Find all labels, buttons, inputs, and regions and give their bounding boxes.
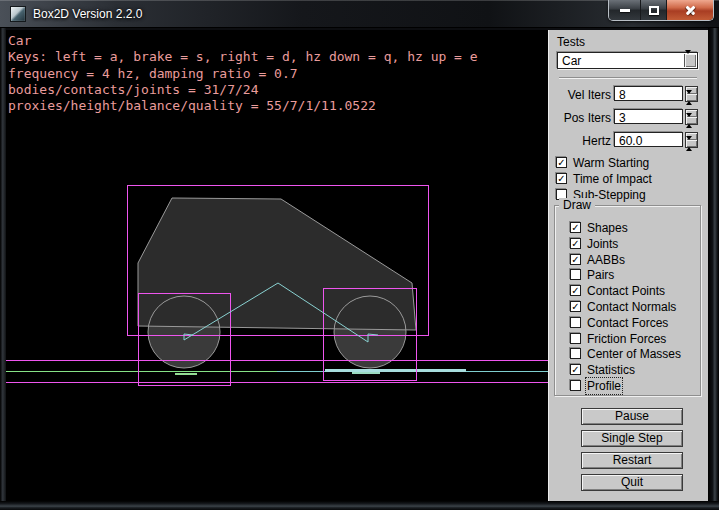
checked-box-icon[interactable]: ✓ (570, 285, 581, 296)
pause-button[interactable]: Pause (581, 408, 683, 425)
single-step-button[interactable]: Single Step (581, 430, 683, 447)
minimize-button[interactable] (609, 0, 640, 20)
spinner-row-hertz: Hertz60.0 (549, 132, 709, 149)
spinner-label: Vel Iters (549, 88, 611, 102)
spinner-label: Hertz (549, 134, 611, 148)
unchecked-box-icon[interactable] (570, 333, 581, 344)
tests-label: Tests (557, 35, 585, 49)
checkbox-label: Joints (587, 237, 618, 251)
draw-group-label: Draw (559, 198, 595, 212)
unchecked-box-icon[interactable] (570, 269, 581, 280)
checked-box-icon[interactable]: ✓ (556, 173, 567, 184)
checkbox-statistics[interactable]: ✓Statistics (555, 364, 700, 377)
checkbox-label: Contact Normals (587, 300, 676, 314)
checked-box-icon[interactable]: ✓ (570, 222, 581, 233)
hertz-input[interactable]: 60.0 (614, 132, 683, 147)
unchecked-box-icon[interactable] (570, 380, 581, 391)
checkbox-label: Contact Points (587, 284, 665, 298)
checkbox-pairs[interactable]: Pairs (555, 269, 700, 282)
checkbox-aabbs[interactable]: ✓AABBs (555, 254, 700, 267)
hertz-stepper[interactable] (685, 132, 698, 148)
quit-button[interactable]: Quit (581, 474, 683, 491)
checkbox-center-of-masses[interactable]: Center of Masses (555, 348, 700, 361)
checked-box-icon[interactable]: ✓ (570, 254, 581, 265)
close-button[interactable] (667, 0, 713, 20)
maximize-button[interactable] (640, 0, 667, 20)
separator (559, 77, 697, 79)
checkbox-contact-forces[interactable]: Contact Forces (555, 317, 700, 330)
checkbox-shapes[interactable]: ✓Shapes (555, 222, 700, 235)
checkbox-label: Statistics (587, 363, 635, 377)
spinner-row-pos-iters: Pos Iters3 (549, 109, 709, 126)
stats-text: CarKeys: left = a, brake = s, right = d,… (8, 33, 478, 115)
control-panel: Tests Car Vel Iters8Pos Iters3Hertz60.0 … (548, 30, 708, 501)
stats-line: bodies/contacts/joints = 31/7/24 (8, 82, 478, 98)
restart-button[interactable]: Restart (581, 452, 683, 469)
stats-line: frequency = 4 hz, damping ratio = 0.7 (8, 66, 478, 82)
checkbox-label: Time of Impact (573, 172, 652, 186)
stats-line: Car (8, 33, 478, 49)
stepper-down-icon[interactable] (686, 140, 697, 147)
stepper-down-icon[interactable] (686, 117, 697, 124)
checkbox-contact-points[interactable]: ✓Contact Points (555, 285, 700, 298)
checked-box-icon[interactable]: ✓ (556, 157, 567, 168)
window-border-bottom (0, 501, 719, 510)
spinner-row-vel-iters: Vel Iters8 (549, 86, 709, 103)
car-chassis (138, 198, 416, 330)
checkbox-label: Contact Forces (587, 316, 668, 330)
checkbox-friction-forces[interactable]: Friction Forces (555, 333, 700, 346)
window-border-right (708, 28, 719, 501)
close-icon (684, 4, 697, 17)
checkbox-label: AABBs (587, 253, 625, 267)
maximize-icon (649, 6, 659, 15)
checkbox-profile[interactable]: Profile (555, 380, 700, 393)
caption-buttons (608, 0, 714, 21)
checkbox-warm-starting[interactable]: ✓Warm Starting (549, 157, 708, 170)
checkbox-label: Friction Forces (587, 332, 666, 346)
checkbox-label: Center of Masses (587, 347, 681, 361)
checked-box-icon[interactable]: ✓ (570, 301, 581, 312)
pos-iters-stepper[interactable] (685, 109, 698, 125)
unchecked-box-icon[interactable] (570, 317, 581, 328)
checkbox-joints[interactable]: ✓Joints (555, 238, 700, 251)
stats-line: proxies/height/balance/quality = 55/7/1/… (8, 98, 478, 114)
checkbox-time-of-impact[interactable]: ✓Time of Impact (549, 173, 708, 186)
checkbox-contact-normals[interactable]: ✓Contact Normals (555, 301, 700, 314)
checkbox-label: Warm Starting (573, 156, 649, 170)
window-title: Box2D Version 2.2.0 (33, 7, 142, 21)
pos-iters-input[interactable]: 3 (614, 109, 683, 124)
minimize-icon (620, 9, 630, 12)
checkbox-label: Shapes (587, 221, 628, 235)
vel-iters-input[interactable]: 8 (614, 86, 683, 101)
checked-box-icon[interactable]: ✓ (570, 238, 581, 249)
chevron-down-icon[interactable] (684, 54, 696, 67)
checked-box-icon[interactable]: ✓ (570, 364, 581, 375)
stats-line: Keys: left = a, brake = s, right = d, hz… (8, 49, 478, 65)
test-select[interactable]: Car (557, 52, 698, 69)
app-icon (10, 6, 26, 22)
unchecked-box-icon[interactable] (570, 348, 581, 359)
simulation-viewport[interactable]: CarKeys: left = a, brake = s, right = d,… (6, 30, 548, 501)
checkbox-label: Profile (587, 379, 621, 393)
vel-iters-stepper[interactable] (685, 86, 698, 102)
draw-group: Draw ✓Shapes✓Joints✓AABBsPairs✓Contact P… (554, 205, 701, 396)
test-select-value: Car (562, 54, 581, 68)
checkbox-label: Pairs (587, 268, 614, 282)
app-window: Box2D Version 2.2.0 CarKeys: left = a, b… (0, 0, 719, 510)
title-bar[interactable]: Box2D Version 2.2.0 (0, 0, 719, 28)
stepper-down-icon[interactable] (686, 94, 697, 101)
spinner-label: Pos Iters (549, 111, 611, 125)
